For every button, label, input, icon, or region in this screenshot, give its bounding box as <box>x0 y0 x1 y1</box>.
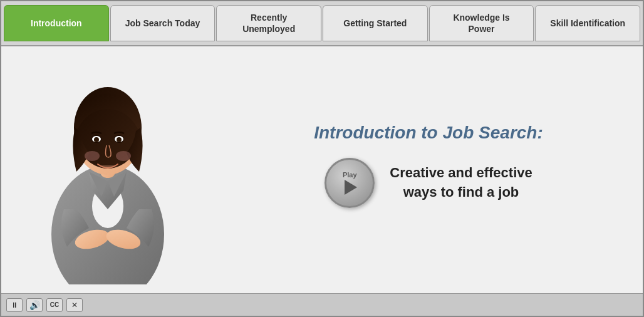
person-illustration <box>20 46 195 284</box>
play-button[interactable]: Play <box>325 158 375 208</box>
bottom-instruction-text: Allow approximately one hour to complete… <box>1 284 643 293</box>
svg-point-12 <box>117 137 122 142</box>
main-title: Introduction to Job Search: <box>314 123 543 143</box>
tab-recently-unemployed[interactable]: RecentlyUnemployed <box>216 5 321 41</box>
volume-button[interactable]: 🔊 <box>26 298 43 312</box>
tab-job-search-today[interactable]: Job Search Today <box>110 5 216 41</box>
person-area <box>1 46 214 284</box>
tab-introduction[interactable]: Introduction <box>4 5 109 41</box>
svg-point-11 <box>94 137 99 142</box>
close-button[interactable]: ✕ <box>66 298 83 312</box>
right-content-area: Introduction to Job Search: Play Creativ… <box>214 110 643 221</box>
app-frame: Introduction Job Search Today RecentlyUn… <box>0 0 644 317</box>
tab-knowledge-is-power[interactable]: Knowledge IsPower <box>429 5 534 41</box>
cc-button[interactable]: CC <box>46 298 63 312</box>
control-bar: ⏸ 🔊 CC ✕ <box>1 293 643 316</box>
pause-button[interactable]: ⏸ <box>6 298 23 312</box>
main-content: Introduction to Job Search: Play Creativ… <box>1 46 643 293</box>
play-label: Play <box>343 171 357 179</box>
svg-point-13 <box>85 151 100 161</box>
tab-getting-started[interactable]: Getting Started <box>323 5 428 41</box>
pause-icon: ⏸ <box>11 301 18 309</box>
subtitle-text: Creative and effectiveways to find a job <box>390 164 532 202</box>
content-area: Introduction to Job Search: Play Creativ… <box>1 46 643 284</box>
tab-bar: Introduction Job Search Today RecentlyUn… <box>1 1 643 46</box>
close-icon: ✕ <box>71 301 78 309</box>
play-row: Play Creative and effectiveways to find … <box>325 158 532 208</box>
play-icon <box>345 180 357 195</box>
svg-point-14 <box>116 151 131 161</box>
volume-icon: 🔊 <box>29 300 40 310</box>
cc-label: CC <box>50 301 59 308</box>
tab-skill-identification[interactable]: Skill Identification <box>535 5 640 41</box>
